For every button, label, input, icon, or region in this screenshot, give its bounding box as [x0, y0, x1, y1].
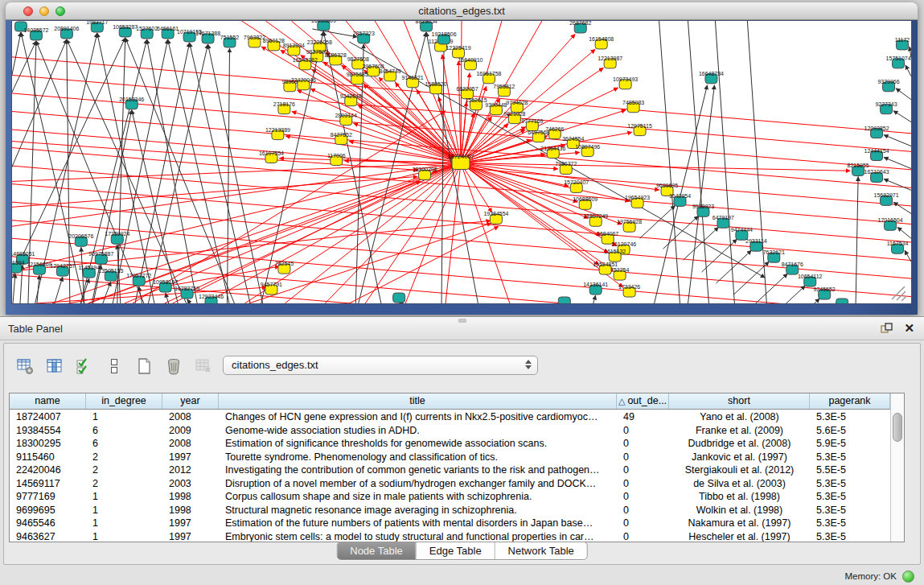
table-panel-title: Table Panel	[8, 317, 63, 340]
column-header-in_degree[interactable]: in_degree	[86, 393, 162, 409]
table-row[interactable]: 946554611997Estimation of the future num…	[10, 517, 892, 530]
tab-edge-table[interactable]: Edge Table	[417, 542, 495, 559]
graph-node-label: 14035572	[23, 27, 48, 33]
graph-node-label: 10807496	[575, 144, 600, 150]
new-table-icon[interactable]	[134, 356, 154, 376]
graph-node-label: 751552	[220, 35, 239, 40]
graph-edge	[139, 286, 142, 303]
table-row[interactable]: 969969511998Structural magnetic resonanc…	[10, 504, 892, 517]
graph-edge	[752, 274, 787, 303]
graph-node-label: 16210643	[864, 169, 889, 175]
graph-node-label: 1527602	[136, 26, 158, 31]
table-tabs: Node Table Edge Table Network Table	[336, 542, 588, 560]
graph-edge	[688, 85, 714, 303]
select-all-icon[interactable]	[75, 356, 94, 376]
table-row[interactable]: 2242004622012Investigating the contribut…	[10, 463, 892, 477]
cell-title: Embryonic stem cells: a model to study s…	[219, 530, 617, 542]
table-panel-titlebar[interactable]: Table Panel ✕	[0, 317, 924, 340]
graph-node-label: 16154808	[589, 36, 614, 42]
graph-node-label: 7857223	[353, 31, 375, 36]
column-header-short[interactable]: short	[669, 393, 810, 409]
cell-title: Investigating the contribution of common…	[219, 463, 617, 477]
cell-year: 2009	[162, 424, 219, 438]
graph-node[interactable]	[836, 299, 848, 303]
splitter-grip[interactable]	[458, 319, 466, 323]
cell-title: Structural magnetic resonance image aver…	[219, 504, 617, 517]
network-view-window: citations_edges.txt 79638228960128891293…	[6, 2, 918, 315]
graph-edge	[147, 39, 197, 303]
cell-in_degree: 1	[86, 490, 162, 504]
graph-node-label: 1733426	[618, 284, 640, 290]
cell-short: Tibbo et al. (1998)	[669, 490, 810, 504]
cell-name: 9465546	[10, 517, 86, 530]
graph-edge	[13, 274, 15, 303]
column-header-out_degree[interactable]: △ out_de...	[617, 393, 669, 409]
graph-node-label: 1615132	[604, 249, 626, 254]
graph-edge	[168, 39, 229, 303]
graph-node[interactable]	[393, 293, 405, 303]
table-row[interactable]: 1830029562008Estimation of significance …	[10, 437, 892, 451]
graph-edge	[12, 257, 911, 303]
graph-edge	[363, 84, 461, 163]
cell-title: Tourette syndrome. Phenomenology and cla…	[219, 451, 617, 464]
graph-node-label: 2803144	[335, 113, 357, 118]
tab-node-table[interactable]: Node Table	[337, 542, 417, 559]
column-header-title[interactable]: title	[219, 393, 617, 409]
column-header-pagerank[interactable]: pagerank	[810, 393, 890, 409]
graph-node-label: 10654112	[798, 274, 823, 279]
graph-node-label: 14685051	[12, 251, 35, 257]
cell-in_degree: 1	[86, 530, 162, 542]
graph-node-label: 9821028	[503, 111, 525, 117]
graph-node-label: 20891406	[54, 26, 79, 31]
graph-node-label: 2687682	[569, 21, 591, 26]
graph-node-label: 1640954	[669, 193, 691, 199]
float-panel-icon[interactable]	[881, 323, 893, 334]
graph-edge	[12, 166, 911, 242]
cell-title: Changes of HCN gene expression and I(f) …	[219, 410, 617, 424]
cell-out_degree: 0	[617, 504, 669, 517]
graph-node-label: 12325419	[446, 45, 470, 51]
cell-name: 22420046	[10, 463, 86, 477]
column-header-year[interactable]: year	[162, 393, 219, 409]
cell-title: Genome-wide association studies in ADHD.	[219, 424, 617, 438]
cell-name: 18300295	[10, 437, 86, 451]
network-canvas-svg[interactable]: 7963822896012889129342322605898275091654…	[12, 21, 911, 303]
graph-node-label: 15720407	[564, 179, 589, 185]
graph-node-label: 7632621	[763, 249, 785, 255]
graph-edge	[12, 111, 911, 187]
table-row[interactable]: 977716911998Corpus callosum shape and si…	[10, 490, 892, 504]
table-row[interactable]: 1938455462009Genome-wide association stu…	[10, 424, 892, 438]
cell-short: Hescheler et al. (1997)	[669, 530, 810, 542]
table-selector-dropdown[interactable]: citations_edges.txt	[223, 356, 538, 375]
table-panel: Table Panel ✕	[0, 316, 924, 585]
scrollbar-thumb[interactable]	[893, 413, 902, 442]
table-row[interactable]: 1872400712008Changes of HCN gene express…	[10, 410, 892, 424]
table-settings-icon[interactable]	[15, 356, 35, 376]
graph-node-label: 8215955	[848, 163, 869, 168]
row-height-icon[interactable]	[105, 356, 124, 376]
canvas-resize-grip[interactable]	[892, 286, 906, 301]
show-columns-icon[interactable]	[45, 356, 64, 376]
graph-node-label: 12975115	[627, 123, 652, 129]
graph-node[interactable]	[558, 297, 570, 303]
graph-node-label: 18724007	[447, 153, 474, 160]
network-window-titlebar[interactable]: citations_edges.txt	[6, 2, 918, 20]
table-row[interactable]: 911546021997Tourette syndrome. Phenomeno…	[10, 451, 892, 464]
vertical-scrollbar[interactable]	[890, 393, 904, 542]
delete-entries-icon[interactable]	[164, 356, 183, 376]
graph-node-label: 9227343	[875, 101, 897, 107]
network-canvas[interactable]: 7963822896012889129342322605898275091654…	[11, 20, 912, 304]
graph-node-label: 117006	[327, 153, 346, 159]
cell-pagerank: 5.3E-5	[810, 410, 890, 424]
table-row[interactable]: 946362711997Embryonic stem cells: a mode…	[10, 530, 892, 542]
graph-node-label: 9390448	[485, 102, 507, 108]
cell-out_degree: 0	[617, 530, 669, 542]
cell-in_degree: 1	[86, 504, 162, 517]
column-header-name[interactable]: name	[10, 393, 86, 409]
cell-pagerank: 5.9E-5	[810, 437, 890, 451]
close-panel-icon[interactable]: ✕	[904, 321, 914, 336]
tab-network-table[interactable]: Network Table	[495, 542, 587, 559]
graph-edge	[893, 111, 911, 122]
table-row[interactable]: 1456911722003Disruption of a novel membe…	[10, 477, 892, 491]
graph-node-label: 12923446	[199, 294, 224, 299]
